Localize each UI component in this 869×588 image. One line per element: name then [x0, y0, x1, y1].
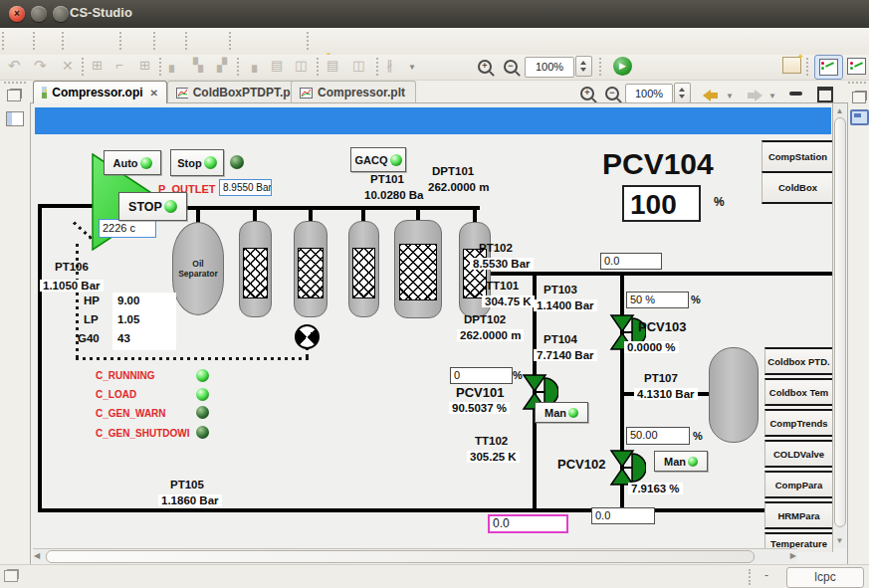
tab-compressor-opi[interactable]: Compressor.opi ✕: [33, 81, 167, 103]
perspective-opi-runtime-button[interactable]: [814, 55, 843, 80]
man-button-label: Man: [664, 456, 686, 468]
c-load-led: [196, 388, 209, 401]
trim-drag-handle: [848, 82, 866, 86]
views-icon[interactable]: [4, 570, 18, 582]
toolbar-separator: [82, 58, 86, 76]
view-zoom-spinner[interactable]: [674, 83, 691, 103]
bring-front-icon: ▤: [326, 58, 338, 74]
minimize-view-icon[interactable]: [789, 92, 802, 96]
trim-dash: -: [764, 568, 768, 582]
temperature-input[interactable]: 2226 c: [99, 219, 156, 238]
nav-comppara-button[interactable]: CompPara: [764, 471, 833, 498]
scroll-down-arrow[interactable]: ▼: [833, 534, 846, 547]
title-bar: × CS-Studio: [0, 0, 869, 29]
compressor-stop-button[interactable]: STOP: [118, 192, 187, 221]
horizontal-scrollbar[interactable]: ◀ ▶: [33, 548, 797, 563]
nav-coldbox-button[interactable]: ColdBox: [761, 171, 834, 204]
run-opi-button[interactable]: ▶: [613, 57, 632, 76]
horizontal-scroll-thumb[interactable]: [46, 550, 755, 563]
coalescer-packing: [352, 248, 375, 298]
stop-button[interactable]: Stop: [170, 149, 224, 176]
toolbar-separator: [153, 32, 157, 50]
sensor-value: 1.1050 Bar: [40, 280, 104, 292]
buffer-tank: [709, 347, 759, 443]
scroll-up-arrow[interactable]: ▲: [833, 104, 846, 117]
p-outlet-input[interactable]: 8.9550 Bar: [219, 179, 272, 196]
navigate-back-icon[interactable]: [703, 90, 711, 101]
scroll-right-arrow[interactable]: ▶: [790, 549, 796, 563]
match-size-icon: ∦: [386, 58, 393, 74]
pcv101-setpoint-input[interactable]: 0: [450, 367, 513, 384]
scroll-left-arrow[interactable]: ◀: [34, 549, 40, 563]
align-center-icon: ▚: [193, 58, 203, 74]
tab-compressor-plt[interactable]: Compressor.plt: [291, 81, 416, 103]
pcv102-man-button[interactable]: Man: [654, 451, 708, 472]
delete-icon: ✕: [62, 58, 74, 74]
vertical-scroll-thumb[interactable]: [834, 117, 846, 527]
tab-coldboxptdpt-plt[interactable]: ColdBoxPTDPT.plt: [167, 81, 307, 103]
dotted-signal-line: [76, 357, 309, 360]
window-maximize-button[interactable]: [53, 6, 69, 22]
fast-view-icon[interactable]: [7, 90, 21, 101]
window-close-button[interactable]: ×: [9, 6, 25, 22]
compressor-stop-label: STOP: [128, 200, 162, 214]
perspective-databrowser-button[interactable]: [847, 58, 866, 75]
main-toolbar: ✦ ▼ ▼ ✦ ▼: [0, 28, 869, 56]
navigate-back-icon[interactable]: [711, 93, 718, 98]
sensor-value: 304.75 K: [482, 295, 535, 307]
c-running-led: [196, 369, 209, 382]
coalescer-vessel: [294, 221, 327, 317]
valve-feedback: 7.9163 %: [628, 483, 683, 494]
fast-view-icon[interactable]: [852, 92, 866, 103]
nav-button-label: CompStation: [768, 151, 827, 162]
table-row-value: 9.00: [117, 294, 139, 306]
toolbar-separator: [376, 58, 380, 76]
pcv103-unit-label: %: [691, 294, 701, 305]
view-zoom-out-icon[interactable]: −: [605, 87, 619, 100]
toolbar-separator: [159, 58, 163, 76]
nav-comptrends-button[interactable]: CompTrends: [764, 409, 833, 437]
window-minimize-button[interactable]: [31, 6, 47, 22]
zoom-in-icon[interactable]: +: [478, 60, 492, 74]
nav-hrmpara-button[interactable]: HRMPara: [764, 501, 833, 529]
nav-button-label: Temperature: [770, 538, 827, 549]
flow-input-bottom[interactable]: 0.0: [591, 507, 655, 524]
navigate-forward-icon: [755, 90, 762, 101]
sensor-name: PT107: [644, 372, 678, 384]
oil-separator-label: Oil Separator: [178, 259, 218, 279]
nav-coldvalve-button[interactable]: COLDValve: [764, 440, 833, 468]
dropdown-icon[interactable]: ▼: [726, 92, 734, 100]
nav-coldbox-ptd-button[interactable]: Coldbox PTD.: [764, 347, 833, 375]
vertical-scrollbar[interactable]: ▲ ▼: [832, 103, 846, 548]
pcv103-setpoint-input[interactable]: 50 %: [626, 292, 689, 308]
pcv104-setpoint-input[interactable]: 100: [622, 185, 701, 222]
pcv102-setpoint-input[interactable]: 50.00: [626, 427, 690, 445]
pcv104-unit-label: %: [714, 195, 725, 209]
pipe: [38, 204, 96, 208]
maximize-view-icon[interactable]: [817, 87, 833, 102]
pcv101-man-button[interactable]: Man: [535, 402, 588, 423]
nav-compstation-button[interactable]: CompStation: [761, 140, 834, 173]
auto-button[interactable]: Auto: [104, 150, 161, 175]
toolbar-separator: [33, 32, 37, 50]
flow-input-top[interactable]: 0.0: [600, 253, 662, 270]
sensor-value: 1.1860 Bar: [158, 494, 222, 506]
ruler-icon: ⊞: [139, 58, 150, 74]
view-zoom-combo[interactable]: 100%: [625, 84, 673, 103]
nav-coldbox-temp-button[interactable]: Coldbox Tem: [764, 378, 833, 406]
gacq-button[interactable]: GACQ: [350, 147, 406, 172]
distribute-gap-icon: ◫: [295, 58, 307, 74]
layout-view-icon[interactable]: [6, 111, 24, 126]
open-perspective-icon[interactable]: ✦: [782, 57, 801, 74]
zoom-level-combo[interactable]: 100%: [525, 57, 574, 78]
pipe: [38, 508, 832, 512]
zoom-out-icon[interactable]: −: [504, 60, 518, 74]
view-zoom-in-icon[interactable]: +: [580, 87, 594, 100]
flow-input-highlighted[interactable]: 0.0: [488, 514, 568, 533]
tab-close-icon[interactable]: ✕: [150, 88, 158, 98]
valve-name: PCV101: [456, 385, 504, 400]
monitor-view-icon[interactable]: [850, 109, 869, 125]
toolbar-separator: [119, 32, 123, 50]
zoom-spinner[interactable]: [575, 56, 592, 77]
cs-studio-window: × CS-Studio ✦ ▼ ▼ ✦: [0, 0, 869, 588]
